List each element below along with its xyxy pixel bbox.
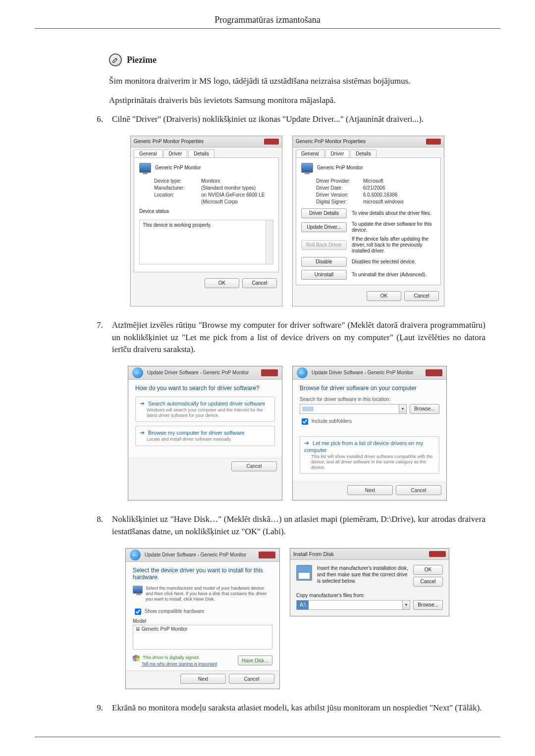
step-9: 9. Ekrānā no monitora modeļu saraksta at…	[89, 702, 485, 714]
wizard-question: How do you want to search for driver sof…	[135, 385, 275, 392]
wizard-title-text: Update Driver Software - Generic PnP Mon…	[147, 370, 249, 375]
tab-driver[interactable]: Driver	[163, 150, 188, 157]
copy-from-label: Copy manufacturer's files from:	[296, 593, 443, 598]
label-version: Driver Version:	[316, 192, 363, 199]
have-disk-button[interactable]: Have Disk...	[238, 655, 272, 665]
model-item: Generic PnP Monitor	[142, 626, 188, 632]
dialog-title: Generic PnP Monitor Properties	[296, 139, 366, 144]
option-browse-computer[interactable]: ➔ Browse my computer for driver software…	[135, 426, 275, 446]
ok-button[interactable]: OK	[367, 291, 401, 301]
include-subfolders-checkbox[interactable]	[302, 418, 308, 425]
value-manufacturer: (Standard monitor types)	[201, 185, 273, 192]
note-heading: Piezīme	[109, 53, 485, 66]
label-device-status: Device status	[139, 208, 273, 214]
dropdown-icon[interactable]: ▾	[399, 404, 406, 413]
cancel-button[interactable]: Cancel	[231, 461, 277, 471]
browse-button[interactable]: Browse...	[413, 600, 443, 610]
signed-info: This driver is digitally signed. Tell me…	[133, 655, 217, 666]
close-icon[interactable]	[259, 552, 275, 558]
option-subtitle: This list will show installed driver sof…	[311, 454, 435, 471]
option-subtitle: Locate and install driver software manua…	[147, 437, 270, 442]
value-date: 6/21/2006	[363, 185, 435, 192]
model-listbox[interactable]: 🖥 Generic PnP Monitor	[133, 625, 272, 650]
show-compatible-label: Show compatible hardware	[145, 609, 205, 614]
step-8: 8. Noklikšķiniet uz "Have Disk…" (Meklēt…	[89, 513, 485, 538]
note-icon	[109, 53, 122, 66]
include-subfolders-label: Include subfolders	[312, 418, 352, 424]
value-device-type: Monitors	[201, 178, 273, 185]
back-icon[interactable]: ←	[297, 367, 308, 378]
figure-properties-dialogs: Generic PnP Monitor Properties General D…	[89, 136, 485, 306]
ok-button[interactable]: OK	[413, 565, 443, 575]
wizard-heading: Browse for driver software on your compu…	[300, 385, 439, 392]
cancel-button[interactable]: Cancel	[229, 674, 274, 684]
browse-button[interactable]: Browse...	[410, 404, 439, 414]
label-provider: Driver Provider:	[316, 178, 363, 185]
uninstall-button[interactable]: Uninstall	[301, 270, 347, 280]
dialog-titlebar: Generic PnP Monitor Properties	[293, 136, 444, 148]
option-let-me-pick[interactable]: ➔ Let me pick from a list of device driv…	[300, 436, 439, 474]
show-compatible-checkbox[interactable]	[135, 608, 141, 615]
arrow-icon: ➔	[304, 440, 309, 447]
cancel-button[interactable]: Cancel	[242, 278, 277, 288]
driver-details-desc: To view details about the driver files.	[352, 210, 431, 216]
close-icon[interactable]	[426, 369, 442, 376]
figure-update-driver-wizard: ← Update Driver Software - Generic PnP M…	[89, 366, 485, 501]
tab-driver[interactable]: Driver	[325, 150, 350, 157]
tab-details[interactable]: Details	[188, 150, 214, 157]
cancel-button[interactable]: Cancel	[404, 291, 439, 301]
ok-button[interactable]: OK	[205, 278, 239, 288]
dialog-titlebar: Generic PnP Monitor Properties	[131, 136, 282, 148]
step-text: Ekrānā no monitora modeļu saraksta atlas…	[112, 702, 485, 714]
label-device-type: Device type:	[154, 178, 201, 185]
dropdown-icon[interactable]: ▾	[402, 601, 410, 609]
tab-general[interactable]: General	[296, 150, 324, 157]
include-subfolders-row[interactable]: Include subfolders	[300, 417, 439, 426]
close-icon[interactable]	[429, 551, 446, 557]
update-driver-button[interactable]: Update Driver...	[301, 222, 347, 232]
dialog-properties-driver: Generic PnP Monitor Properties General D…	[292, 136, 444, 306]
back-icon[interactable]: ←	[132, 367, 143, 378]
copy-from-input[interactable]: A:\ ▾	[296, 600, 410, 610]
tab-general[interactable]: General	[134, 150, 162, 157]
wizard-header: ← Update Driver Software - Generic PnP M…	[128, 366, 282, 380]
step-number: 9.	[89, 702, 103, 714]
wizard-note: Select the manufacturer and model of you…	[133, 586, 272, 603]
disable-desc: Disables the selected device.	[352, 259, 416, 265]
disable-button[interactable]: Disable	[301, 257, 347, 267]
scrollbar[interactable]	[266, 220, 273, 264]
device-name: Generic PnP Monitor	[317, 165, 363, 170]
next-button[interactable]: Next	[180, 674, 226, 684]
wizard-browse-location: ← Update Driver Software - Generic PnP M…	[292, 366, 447, 501]
arrow-icon: ➔	[140, 400, 145, 407]
monitor-icon	[133, 586, 143, 594]
wizard-search-method: ← Update Driver Software - Generic PnP M…	[128, 366, 282, 501]
note-body-1: Šim monitora draiverim ir MS logo, tādēj…	[109, 75, 485, 88]
path-input[interactable]: ▾	[300, 404, 407, 414]
show-compatible-row[interactable]: Show compatible hardware	[133, 607, 272, 616]
option-auto-search[interactable]: ➔ Search automatically for updated drive…	[135, 397, 275, 422]
wizard-title-text: Update Driver Software - Generic PnP Mon…	[145, 552, 246, 557]
dialog-title: Generic PnP Monitor Properties	[134, 139, 204, 144]
tab-details[interactable]: Details	[350, 150, 376, 157]
next-button[interactable]: Next	[347, 485, 393, 495]
window-buttons[interactable]	[426, 139, 441, 145]
step-6: 6. Cilnē "Driver" (Draiveris) noklikšķin…	[89, 113, 485, 126]
floppy-icon	[296, 565, 312, 581]
cancel-button[interactable]: Cancel	[396, 485, 441, 495]
monitor-icon	[301, 163, 313, 173]
rollback-driver-button[interactable]: Roll Back Driver	[301, 240, 347, 250]
value-version: 6.0.6000.16386	[363, 192, 435, 199]
label-signer: Digital Signer:	[316, 199, 363, 205]
window-buttons[interactable]	[264, 139, 279, 145]
step-text: Noklikšķiniet uz "Have Disk…" (Meklēt di…	[112, 513, 485, 538]
label-date: Driver Date:	[316, 185, 363, 192]
signed-link[interactable]: Tell me why driver signing is important	[142, 661, 217, 666]
close-icon[interactable]	[261, 369, 278, 376]
step-number: 7.	[89, 319, 103, 356]
back-icon[interactable]: ←	[130, 550, 141, 560]
cancel-button[interactable]: Cancel	[413, 577, 443, 587]
driver-details-button[interactable]: Driver Details	[301, 208, 347, 218]
value-provider: Microsoft	[363, 178, 435, 185]
rollback-driver-desc: If the device fails after updating the d…	[352, 236, 435, 254]
